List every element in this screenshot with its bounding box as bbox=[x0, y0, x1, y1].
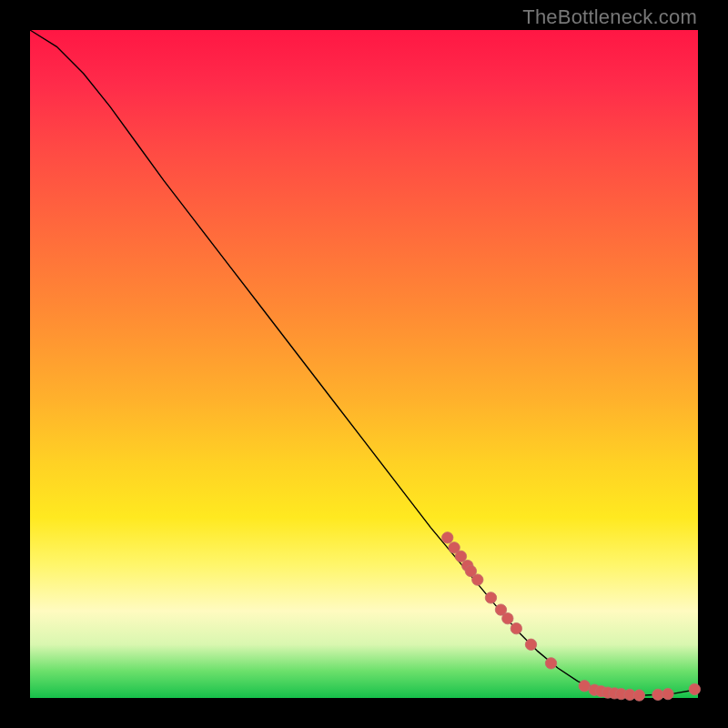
data-point bbox=[511, 622, 521, 633]
data-point bbox=[502, 612, 513, 623]
data-point bbox=[545, 658, 556, 669]
data-point bbox=[525, 639, 536, 650]
data-point bbox=[689, 683, 700, 694]
data-point bbox=[472, 574, 483, 585]
data-point bbox=[652, 689, 663, 700]
data-points-group bbox=[442, 532, 701, 702]
data-point bbox=[579, 681, 590, 692]
data-point bbox=[455, 551, 466, 561]
data-point bbox=[662, 688, 673, 699]
watermark-text: TheBottleneck.com bbox=[522, 5, 697, 29]
data-point bbox=[633, 690, 644, 701]
chart-overlay bbox=[30, 30, 698, 698]
curve-polyline bbox=[30, 30, 698, 695]
data-point bbox=[485, 592, 496, 603]
data-point bbox=[442, 532, 453, 543]
bottleneck-curve bbox=[30, 30, 698, 695]
chart-frame: TheBottleneck.com bbox=[0, 0, 728, 728]
